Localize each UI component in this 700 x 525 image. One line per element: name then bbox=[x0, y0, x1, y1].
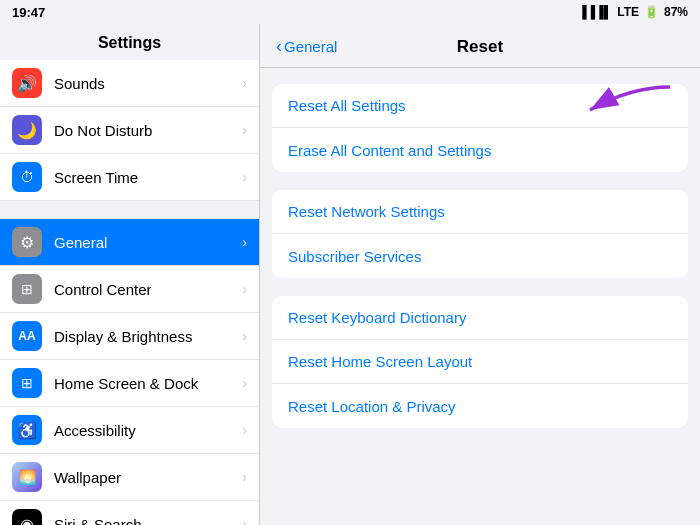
display-brightness-label: Display & Brightness bbox=[54, 328, 242, 345]
back-button[interactable]: ‹ General bbox=[276, 36, 337, 57]
sidebar-title: Settings bbox=[0, 24, 259, 60]
chevron-icon: › bbox=[242, 422, 247, 438]
sounds-label: Sounds bbox=[54, 75, 242, 92]
reset-all-settings-label: Reset All Settings bbox=[288, 97, 672, 114]
screen-time-label: Screen Time bbox=[54, 169, 242, 186]
sidebar: Settings 🔊 Sounds › 🌙 Do Not Disturb › ⏱… bbox=[0, 24, 260, 525]
sidebar-item-accessibility[interactable]: ♿ Accessibility › bbox=[0, 407, 259, 454]
general-icon: ⚙ bbox=[12, 227, 42, 257]
back-chevron-icon: ‹ bbox=[276, 36, 282, 57]
nav-title: Reset bbox=[457, 37, 503, 57]
settings-group-3: Reset Keyboard Dictionary Reset Home Scr… bbox=[272, 296, 688, 428]
sounds-icon: 🔊 bbox=[12, 68, 42, 98]
do-not-disturb-icon: 🌙 bbox=[12, 115, 42, 145]
sidebar-item-sounds[interactable]: 🔊 Sounds › bbox=[0, 60, 259, 107]
sidebar-item-display-brightness[interactable]: AA Display & Brightness › bbox=[0, 313, 259, 360]
wallpaper-label: Wallpaper bbox=[54, 469, 242, 486]
chevron-icon: › bbox=[242, 469, 247, 485]
battery-level: 87% bbox=[664, 5, 688, 19]
control-center-icon: ⊞ bbox=[12, 274, 42, 304]
nav-header: ‹ General Reset bbox=[260, 24, 700, 68]
do-not-disturb-label: Do Not Disturb bbox=[54, 122, 242, 139]
status-right: ▐▐▐▌ LTE 🔋 87% bbox=[578, 5, 688, 19]
display-brightness-icon: AA bbox=[12, 321, 42, 351]
home-screen-icon: ⊞ bbox=[12, 368, 42, 398]
signal-icon: ▐▐▐▌ bbox=[578, 5, 612, 19]
wallpaper-icon: 🌅 bbox=[12, 462, 42, 492]
reset-location-privacy-row[interactable]: Reset Location & Privacy bbox=[272, 384, 688, 428]
reset-home-screen-row[interactable]: Reset Home Screen Layout bbox=[272, 340, 688, 384]
screen-time-icon: ⏱ bbox=[12, 162, 42, 192]
siri-search-label: Siri & Search bbox=[54, 516, 242, 526]
battery-icon: 🔋 bbox=[644, 5, 659, 19]
sidebar-item-general[interactable]: ⚙ General › bbox=[0, 219, 259, 266]
main-layout: Settings 🔊 Sounds › 🌙 Do Not Disturb › ⏱… bbox=[0, 24, 700, 525]
chevron-icon: › bbox=[242, 75, 247, 91]
sidebar-item-do-not-disturb[interactable]: 🌙 Do Not Disturb › bbox=[0, 107, 259, 154]
chevron-icon: › bbox=[242, 234, 247, 250]
settings-group-1: Reset All Settings Erase All Content and… bbox=[272, 84, 688, 172]
reset-home-screen-label: Reset Home Screen Layout bbox=[288, 353, 672, 370]
chevron-icon: › bbox=[242, 516, 247, 525]
reset-location-privacy-label: Reset Location & Privacy bbox=[288, 398, 672, 415]
siri-icon: ◉ bbox=[12, 509, 42, 525]
chevron-icon: › bbox=[242, 328, 247, 344]
home-screen-label: Home Screen & Dock bbox=[54, 375, 242, 392]
reset-keyboard-row[interactable]: Reset Keyboard Dictionary bbox=[272, 296, 688, 340]
general-label: General bbox=[54, 234, 242, 251]
sidebar-item-home-screen[interactable]: ⊞ Home Screen & Dock › bbox=[0, 360, 259, 407]
lte-label: LTE bbox=[617, 5, 639, 19]
reset-keyboard-label: Reset Keyboard Dictionary bbox=[288, 309, 672, 326]
accessibility-label: Accessibility bbox=[54, 422, 242, 439]
status-time: 19:47 bbox=[12, 5, 45, 20]
settings-group-2: Reset Network Settings Subscriber Servic… bbox=[272, 190, 688, 278]
separator bbox=[0, 201, 259, 219]
status-bar: 19:47 ▐▐▐▌ LTE 🔋 87% bbox=[0, 0, 700, 24]
erase-all-content-row[interactable]: Erase All Content and Settings bbox=[272, 128, 688, 172]
erase-all-content-label: Erase All Content and Settings bbox=[288, 142, 672, 159]
reset-network-row[interactable]: Reset Network Settings bbox=[272, 190, 688, 234]
subscriber-services-row[interactable]: Subscriber Services bbox=[272, 234, 688, 278]
chevron-icon: › bbox=[242, 375, 247, 391]
chevron-icon: › bbox=[242, 169, 247, 185]
sidebar-item-control-center[interactable]: ⊞ Control Center › bbox=[0, 266, 259, 313]
reset-all-settings-row[interactable]: Reset All Settings bbox=[272, 84, 688, 128]
right-panel: ‹ General Reset bbox=[260, 24, 700, 525]
back-label: General bbox=[284, 38, 337, 55]
chevron-icon: › bbox=[242, 281, 247, 297]
sidebar-item-siri-search[interactable]: ◉ Siri & Search › bbox=[0, 501, 259, 525]
settings-content: Reset All Settings Erase All Content and… bbox=[260, 68, 700, 462]
sidebar-item-screen-time[interactable]: ⏱ Screen Time › bbox=[0, 154, 259, 201]
control-center-label: Control Center bbox=[54, 281, 242, 298]
reset-network-label: Reset Network Settings bbox=[288, 203, 672, 220]
chevron-icon: › bbox=[242, 122, 247, 138]
sidebar-item-wallpaper[interactable]: 🌅 Wallpaper › bbox=[0, 454, 259, 501]
accessibility-icon: ♿ bbox=[12, 415, 42, 445]
subscriber-services-label: Subscriber Services bbox=[288, 248, 672, 265]
